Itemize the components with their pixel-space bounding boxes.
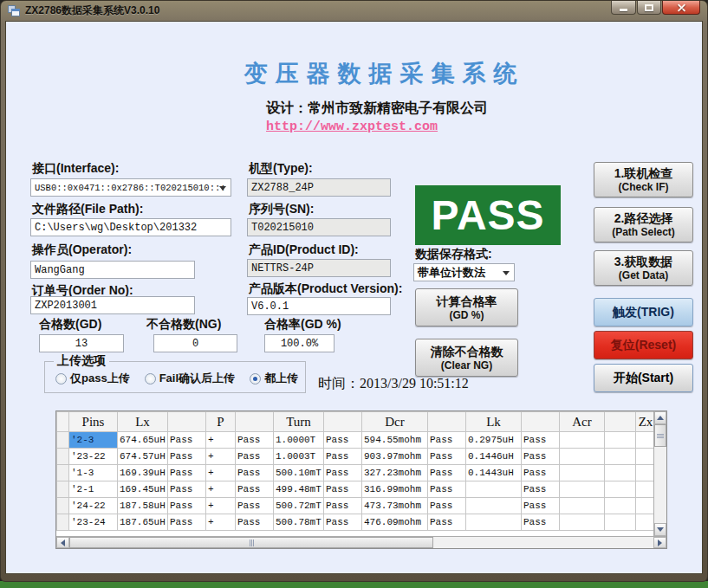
table-cell[interactable]: '23-24 bbox=[69, 514, 118, 531]
table-cell[interactable] bbox=[605, 449, 636, 465]
product-id-input[interactable] bbox=[247, 259, 391, 277]
column-header[interactable] bbox=[168, 412, 206, 432]
sn-input[interactable] bbox=[247, 218, 391, 236]
upload-radio-option[interactable]: Fail确认后上传 bbox=[145, 371, 235, 386]
scroll-left-button[interactable] bbox=[56, 537, 69, 548]
table-cell[interactable]: 499.48mT bbox=[274, 481, 324, 498]
vertical-scroll-thumb[interactable] bbox=[654, 424, 666, 447]
table-cell[interactable]: + bbox=[206, 498, 236, 514]
table-cell[interactable]: Pass bbox=[428, 449, 466, 465]
table-cell[interactable] bbox=[560, 514, 605, 531]
table-cell[interactable]: 1.0000T bbox=[274, 432, 324, 449]
interface-combobox[interactable]: USB0::0x0471::0x2786::T020215010::: bbox=[30, 178, 231, 197]
column-header-zx[interactable]: Zx bbox=[636, 412, 654, 432]
table-cell[interactable]: + bbox=[206, 432, 236, 449]
column-header-turn[interactable]: Turn bbox=[274, 412, 324, 432]
row-header[interactable] bbox=[57, 514, 69, 531]
save-format-combobox[interactable]: 带单位计数法 bbox=[413, 263, 515, 281]
type-input[interactable] bbox=[247, 178, 391, 197]
table-cell[interactable]: 674.57uH bbox=[118, 449, 168, 465]
table-cell[interactable]: 0.2975uH bbox=[466, 432, 522, 449]
table-cell[interactable]: + bbox=[206, 449, 236, 465]
vertical-scrollbar[interactable] bbox=[653, 411, 666, 536]
table-cell[interactable]: Pass bbox=[428, 432, 466, 449]
table-cell[interactable] bbox=[605, 465, 636, 481]
table-cell[interactable]: 674.65uH bbox=[118, 432, 168, 449]
ng-count-input[interactable] bbox=[153, 334, 237, 352]
table-cell[interactable]: 316.99mohm bbox=[362, 481, 428, 498]
reset-button[interactable]: 复位(Reset) bbox=[594, 331, 693, 359]
table-cell[interactable] bbox=[636, 432, 654, 449]
horizontal-scroll-track[interactable] bbox=[433, 537, 653, 548]
table-cell[interactable] bbox=[605, 432, 636, 449]
row-header[interactable] bbox=[57, 498, 69, 514]
column-header-acr[interactable]: Acr bbox=[560, 412, 605, 432]
row-header[interactable] bbox=[57, 432, 69, 449]
table-cell[interactable]: 0.1443uH bbox=[466, 465, 522, 481]
table-cell[interactable]: '23-22 bbox=[69, 449, 118, 465]
table-cell[interactable] bbox=[560, 432, 605, 449]
table-cell[interactable]: 0.1446uH bbox=[466, 449, 522, 465]
table-cell[interactable]: Pass bbox=[236, 449, 274, 465]
column-header-dcr[interactable]: Dcr bbox=[362, 412, 428, 432]
table-cell[interactable]: Pass bbox=[522, 514, 560, 531]
calc-gd-button[interactable]: 计算合格率 (GD %) bbox=[415, 288, 518, 326]
table-cell[interactable] bbox=[560, 498, 605, 514]
table-cell[interactable]: Pass bbox=[236, 498, 274, 514]
order-no-input[interactable] bbox=[30, 296, 195, 314]
column-header[interactable] bbox=[428, 412, 466, 432]
table-cell[interactable]: Pass bbox=[522, 449, 560, 465]
table-cell[interactable]: Pass bbox=[236, 514, 274, 531]
table-cell[interactable]: Pass bbox=[428, 465, 466, 481]
table-cell[interactable]: Pass bbox=[324, 465, 362, 481]
table-cell[interactable]: 903.97mohm bbox=[362, 449, 428, 465]
table-cell[interactable]: + bbox=[206, 514, 236, 531]
table-cell[interactable]: Pass bbox=[168, 465, 206, 481]
table-cell[interactable]: '2-1 bbox=[69, 481, 118, 498]
scroll-right-button[interactable] bbox=[653, 537, 666, 548]
column-header[interactable] bbox=[522, 412, 560, 432]
file-path-input[interactable] bbox=[30, 218, 231, 236]
trig-button[interactable]: 触发(TRIG) bbox=[594, 298, 693, 326]
clear-ng-button[interactable]: 清除不合格数 (Clear NG) bbox=[415, 339, 518, 377]
table-cell[interactable]: Pass bbox=[236, 481, 274, 498]
upload-radio-option[interactable]: 都上传 bbox=[250, 371, 298, 386]
table-cell[interactable] bbox=[560, 449, 605, 465]
table-cell[interactable]: Pass bbox=[428, 498, 466, 514]
table-cell[interactable] bbox=[636, 465, 654, 481]
table-cell[interactable]: Pass bbox=[324, 514, 362, 531]
column-header-lx[interactable]: Lx bbox=[118, 412, 168, 432]
table-cell[interactable]: Pass bbox=[324, 481, 362, 498]
horizontal-scroll-thumb[interactable] bbox=[69, 537, 433, 548]
table-cell[interactable]: + bbox=[206, 465, 236, 481]
table-cell[interactable] bbox=[605, 498, 636, 514]
row-header[interactable] bbox=[57, 481, 69, 498]
table-cell[interactable]: Pass bbox=[324, 498, 362, 514]
scroll-down-button[interactable] bbox=[654, 523, 666, 536]
table-cell[interactable]: '24-22 bbox=[69, 498, 118, 514]
table-cell[interactable]: 594.55mohm bbox=[362, 432, 428, 449]
table-cell[interactable]: Pass bbox=[522, 432, 560, 449]
table-cell[interactable]: 187.58uH bbox=[118, 498, 168, 514]
table-cell[interactable] bbox=[605, 514, 636, 531]
table-cell[interactable]: 169.45uH bbox=[118, 481, 168, 498]
table-cell[interactable]: Pass bbox=[324, 432, 362, 449]
table-cell[interactable]: Pass bbox=[324, 449, 362, 465]
table-cell[interactable]: 500.78mT bbox=[274, 514, 324, 531]
minimize-button[interactable] bbox=[611, 1, 636, 15]
table-cell[interactable]: Pass bbox=[428, 514, 466, 531]
table-cell[interactable]: Pass bbox=[236, 465, 274, 481]
table-cell[interactable]: + bbox=[206, 481, 236, 498]
table-cell[interactable] bbox=[560, 481, 605, 498]
gd-rate-input[interactable] bbox=[264, 334, 335, 352]
maximize-button[interactable] bbox=[637, 1, 661, 15]
table-cell[interactable] bbox=[466, 481, 522, 498]
table-cell[interactable]: Pass bbox=[168, 481, 206, 498]
operator-input[interactable] bbox=[30, 261, 195, 279]
website-link[interactable]: http://www.zxptest.com bbox=[266, 120, 438, 134]
vertical-scroll-track[interactable] bbox=[654, 447, 666, 523]
table-cell[interactable]: 169.39uH bbox=[118, 465, 168, 481]
table-cell[interactable]: 500.10mT bbox=[274, 465, 324, 481]
table-cell[interactable]: 500.72mT bbox=[274, 498, 324, 514]
table-cell[interactable] bbox=[605, 481, 636, 498]
